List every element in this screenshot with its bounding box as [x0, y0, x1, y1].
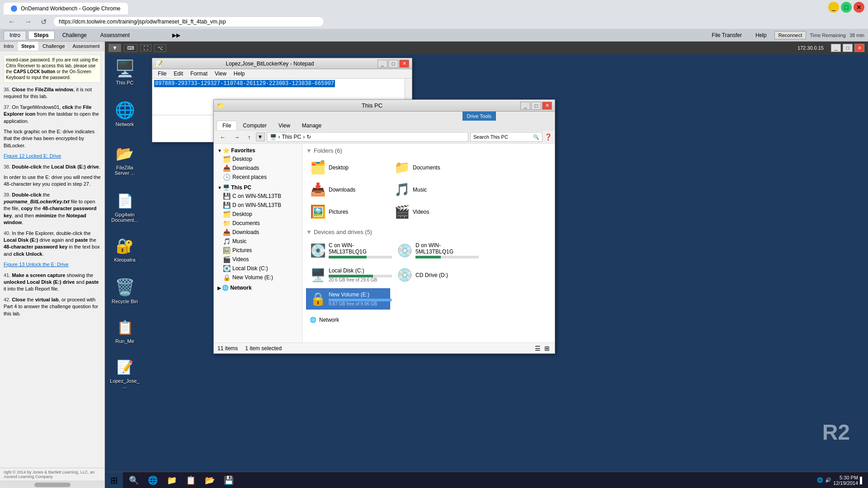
step-tab-challenge[interactable]: Challenge: [39, 42, 69, 51]
taskbar-item2[interactable]: 📂: [201, 473, 219, 488]
notepad-menu-edit[interactable]: Edit: [171, 70, 186, 77]
tab-steps[interactable]: Steps: [28, 31, 55, 40]
vm-minimize-btn[interactable]: _: [831, 44, 841, 52]
figure-12-link[interactable]: Figure 12 Locked E: Drive: [4, 153, 61, 159]
grid-view-btn[interactable]: ⊞: [543, 345, 551, 352]
network-item[interactable]: 🌐 Network: [306, 315, 551, 325]
explorer-minimize-btn[interactable]: _: [520, 102, 530, 110]
nav-item-recent[interactable]: 🕒 Recent places: [214, 173, 302, 182]
notepad-menu-file[interactable]: File: [155, 70, 169, 77]
reload-button[interactable]: ↺: [38, 17, 49, 27]
nav-item-videos[interactable]: 🎬 Videos: [214, 255, 302, 264]
nav-item-d-win[interactable]: 💾 D on WIN-5ML13TB: [214, 201, 302, 210]
figure-13-link[interactable]: Figure 13 Unlock the E: Drive: [4, 262, 69, 267]
notepad-minimize-btn[interactable]: _: [377, 60, 387, 68]
nav-item-downloads[interactable]: 📥 Downloads: [214, 164, 302, 173]
close-button[interactable]: ✕: [854, 2, 864, 13]
tab-challenge[interactable]: Challenge: [57, 31, 93, 40]
folder-item-downloads[interactable]: 📥 Downloads: [306, 180, 387, 199]
notepad-maximize-btn[interactable]: □: [388, 60, 398, 68]
nav-item-c-win[interactable]: 💾 C on WIN-5ML13TB: [214, 192, 302, 201]
vm-keyboard[interactable]: ⌥: [154, 44, 166, 52]
ribbon-tab-file[interactable]: File: [217, 121, 237, 130]
nav-item-desktop[interactable]: 🗂️ Desktop: [214, 155, 302, 164]
maximize-button[interactable]: □: [841, 2, 852, 13]
taskbar-item3[interactable]: 💾: [220, 473, 238, 488]
vm-close-btn[interactable]: ✕: [854, 44, 864, 52]
drive-local-c[interactable]: 🖥️ Local Disk (C:) 20.6 GB free of 29.6 …: [306, 264, 390, 286]
reconnect-button[interactable]: Reconnect: [774, 31, 807, 39]
desktop-icon-kleopatra[interactable]: 🔐 Kleopatra: [108, 235, 141, 263]
ribbon-tab-view[interactable]: View: [273, 121, 296, 130]
notepad-menu-help[interactable]: Help: [231, 70, 248, 77]
desktop-icon-filezilla[interactable]: 📂 FileZilla Server ...: [108, 143, 141, 176]
help-icon-btn[interactable]: ❓: [544, 133, 552, 141]
search-box[interactable]: Search This PC 🔍: [470, 132, 542, 142]
network-nav-header[interactable]: ▶ 🌐 Network: [214, 284, 302, 292]
nav-forward-btn[interactable]: →: [231, 132, 243, 142]
show-desktop-btn[interactable]: ▌: [860, 477, 864, 484]
address-input[interactable]: [53, 16, 324, 27]
notepad-menu-view[interactable]: View: [212, 70, 229, 77]
file-transfer-button[interactable]: File Transfer: [706, 31, 748, 40]
explorer-restore-btn[interactable]: □: [531, 102, 541, 110]
folders-arrow[interactable]: ▼: [306, 147, 312, 154]
nav-item-documents[interactable]: 📁 Documents: [214, 219, 302, 228]
nav-item-desktop2[interactable]: 🗂️ Desktop: [214, 210, 302, 219]
nav-up-btn[interactable]: ↑: [245, 132, 254, 142]
taskbar-search-btn[interactable]: 🔍: [125, 473, 143, 488]
nav-item-pictures[interactable]: 🖼️ Pictures: [214, 246, 302, 255]
vm-expand-btn[interactable]: ▼: [108, 44, 121, 52]
step-tab-intro[interactable]: Intro: [0, 42, 18, 51]
folder-item-documents[interactable]: 📁 Documents: [390, 158, 472, 177]
desktop-icon-run-me[interactable]: 📋 Run_Me: [108, 316, 141, 344]
drive-c-on-win[interactable]: 💽 C on WIN-5ML13TBLQ1G: [306, 239, 390, 262]
desktop-icon-network[interactable]: 🌐 Network: [108, 99, 141, 127]
notepad-close-btn[interactable]: ✕: [399, 60, 409, 68]
explorer-close-btn[interactable]: ✕: [542, 102, 552, 110]
back-button[interactable]: ←: [5, 17, 18, 27]
nav-item-music[interactable]: 🎵 Music: [214, 237, 302, 246]
vm-restore-btn[interactable]: □: [843, 44, 853, 52]
drive-d-on-win[interactable]: 💿 D on WIN-5ML13TBLQ1G: [393, 239, 477, 262]
nav-back-btn[interactable]: ←: [217, 132, 229, 142]
drive-cd[interactable]: 💿 CD Drive (D:): [393, 264, 477, 286]
breadcrumb-refresh-btn[interactable]: ↻: [307, 134, 311, 140]
nav-item-local-c[interactable]: 💽 Local Disk (C:): [214, 264, 302, 273]
favorites-header[interactable]: ▼ ⭐ Favorites: [214, 146, 302, 155]
nav-item-downloads2[interactable]: 📥 Downloads: [214, 228, 302, 237]
ribbon-tab-computer[interactable]: Computer: [237, 121, 273, 130]
folder-item-music[interactable]: 🎵 Music: [390, 180, 472, 199]
tab-assessment[interactable]: Assessment: [94, 31, 136, 40]
folder-item-desktop[interactable]: 🗂️ Desktop: [306, 158, 387, 177]
drive-new-volume-e[interactable]: 🔒 New Volume (E:) 9.87 GB free of 9.96 G…: [306, 288, 390, 310]
chrome-tab[interactable]: OnDemand Workbench - Google Chrome: [4, 3, 128, 14]
nav-item-new-vol[interactable]: 🔒 New Volume (E:): [214, 273, 302, 282]
list-view-btn[interactable]: ☰: [533, 345, 542, 352]
taskbar-item1[interactable]: 📋: [182, 473, 200, 488]
folder-item-videos[interactable]: 🎬 Videos: [390, 202, 472, 221]
address-breadcrumb[interactable]: 🖥️ › This PC › ↻: [267, 132, 469, 142]
this-pc-nav-header[interactable]: ▼ 🖥️ This PC: [214, 183, 302, 192]
vm-ctrl-alt-del[interactable]: ⌨: [124, 44, 137, 52]
desktop-icon-lopez-file[interactable]: 📝 Lopez_Jose_...: [108, 356, 141, 389]
tab-intro[interactable]: Intro: [4, 31, 26, 40]
start-button[interactable]: ⊞: [105, 472, 123, 488]
folder-item-pictures[interactable]: 🖼️ Pictures: [306, 202, 387, 221]
ribbon-tab-manage[interactable]: Manage: [296, 121, 327, 130]
forward-nav-btn[interactable]: ▶▶: [166, 31, 186, 40]
step-tab-assessment[interactable]: Assessment: [69, 42, 104, 51]
desktop-icon-gpg4win[interactable]: 📄 Gpg4win Document...: [108, 190, 141, 223]
step-tab-steps[interactable]: Steps: [18, 42, 39, 51]
desktop-icon-recycle-bin[interactable]: 🗑️ Recycle Bin: [108, 277, 141, 305]
desktop-icon-this-pc[interactable]: 🖥️ This PC: [108, 58, 141, 86]
left-panel-scrollbar[interactable]: [0, 481, 104, 488]
notepad-menu-format[interactable]: Format: [188, 70, 210, 77]
vm-fullscreen[interactable]: ⛶: [140, 44, 151, 52]
devices-arrow[interactable]: ▼: [306, 229, 312, 235]
recent-locations-btn[interactable]: ▼: [256, 132, 265, 141]
taskbar-ie-btn[interactable]: 🌐: [144, 473, 162, 488]
minimize-button[interactable]: _: [828, 2, 839, 13]
help-button[interactable]: Help: [750, 31, 773, 40]
taskbar-folder-btn[interactable]: 📁: [163, 473, 181, 488]
